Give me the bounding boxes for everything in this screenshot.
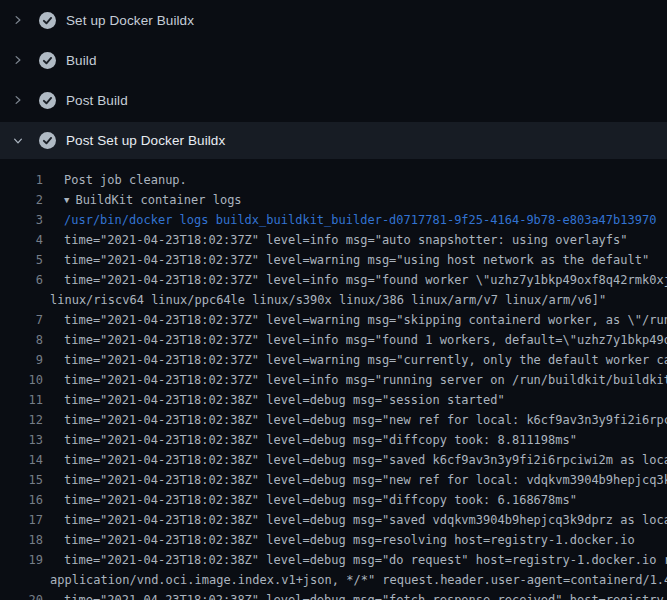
log-message: time="2021-04-23T18:02:37Z" level=info m… (64, 333, 667, 347)
log-line-number[interactable]: 18 (0, 530, 43, 550)
log-line-text: ▼time="2021-04-23T18:02:37Z" level=info … (50, 330, 667, 350)
step-row-post-build[interactable]: Post Build (0, 80, 667, 120)
log-message: time="2021-04-23T18:02:38Z" level=debug … (64, 433, 577, 447)
log-line: ▼application/vnd.oci.image.index.v1+json… (0, 570, 667, 590)
log-line-number[interactable]: 3 (0, 210, 43, 230)
log-line-text: ▼time="2021-04-23T18:02:38Z" level=debug… (50, 590, 667, 600)
log-message: time="2021-04-23T18:02:37Z" level=warnin… (64, 313, 667, 327)
step-row-post-set-up-docker-buildx[interactable]: Post Set up Docker Buildx (0, 122, 667, 159)
group-collapse-toggle-icon[interactable]: ▼ (64, 195, 69, 205)
log-line: 11 ▼time="2021-04-23T18:02:38Z" level=de… (0, 390, 667, 410)
step-title: Post Set up Docker Buildx (66, 133, 225, 148)
log-line-number[interactable]: 4 (0, 230, 43, 250)
log-line-number[interactable]: 12 (0, 410, 43, 430)
log-line-number[interactable]: 10 (0, 370, 43, 390)
check-circle-icon (39, 132, 56, 149)
log-message: Post job cleanup. (64, 173, 187, 187)
log-line: 18 ▼time="2021-04-23T18:02:38Z" level=de… (0, 530, 667, 550)
check-circle-icon (39, 52, 56, 69)
log-line-number[interactable]: 14 (0, 450, 43, 470)
step-row-build[interactable]: Build (0, 40, 667, 80)
log-line-text: ▼time="2021-04-23T18:02:38Z" level=debug… (50, 470, 667, 490)
log-line-number[interactable]: 15 (0, 470, 43, 490)
log-message: time="2021-04-23T18:02:38Z" level=debug … (64, 413, 667, 427)
log-line-text: ▼BuildKit container logs (50, 190, 242, 210)
log-message: time="2021-04-23T18:02:37Z" level=info m… (64, 233, 628, 247)
log-message: time="2021-04-23T18:02:38Z" level=debug … (64, 553, 667, 567)
chevron-right-icon (10, 52, 26, 68)
log-message: time="2021-04-23T18:02:38Z" level=debug … (64, 473, 667, 487)
log-line-number[interactable] (0, 290, 43, 310)
chevron-right-icon (10, 92, 26, 108)
log-message: time="2021-04-23T18:02:37Z" level=warnin… (64, 253, 649, 267)
log-line-number[interactable]: 19 (0, 550, 43, 570)
log-line: 3 ▼/usr/bin/docker logs buildx_buildkit_… (0, 210, 667, 230)
step-row-set-up-docker-buildx[interactable]: Set up Docker Buildx (0, 0, 667, 40)
log-line-text: ▼time="2021-04-23T18:02:37Z" level=info … (50, 230, 628, 250)
log-line-number[interactable]: 8 (0, 330, 43, 350)
log-line-number[interactable]: 20 (0, 590, 43, 600)
check-circle-icon (39, 92, 56, 109)
log-line-text: ▼time="2021-04-23T18:02:37Z" level=warni… (50, 250, 649, 270)
log-line-number[interactable]: 5 (0, 250, 43, 270)
log-message: time="2021-04-23T18:02:38Z" level=debug … (64, 513, 667, 527)
log-line: 19 ▼time="2021-04-23T18:02:38Z" level=de… (0, 550, 667, 570)
log-line: 20 ▼time="2021-04-23T18:02:38Z" level=de… (0, 590, 667, 600)
log-line-number[interactable]: 6 (0, 270, 43, 290)
log-line: 14 ▼time="2021-04-23T18:02:38Z" level=de… (0, 450, 667, 470)
log-line-number[interactable]: 9 (0, 350, 43, 370)
log-line-text: ▼time="2021-04-23T18:02:38Z" level=debug… (50, 450, 667, 470)
log-message: /usr/bin/docker logs buildx_buildkit_bui… (64, 213, 656, 227)
log-line-text: ▼time="2021-04-23T18:02:37Z" level=info … (50, 270, 667, 290)
log-line-number[interactable]: 7 (0, 310, 43, 330)
log-line-number[interactable]: 13 (0, 430, 43, 450)
step-title: Build (66, 53, 97, 68)
log-line-text: ▼linux/riscv64 linux/ppc64le linux/s390x… (50, 290, 606, 310)
log-line-text: ▼time="2021-04-23T18:02:38Z" level=debug… (50, 490, 577, 510)
log-line: 17 ▼time="2021-04-23T18:02:38Z" level=de… (0, 510, 667, 530)
log-message: BuildKit container logs (75, 193, 241, 207)
log-line: 5 ▼time="2021-04-23T18:02:37Z" level=war… (0, 250, 667, 270)
log-line: ▼linux/riscv64 linux/ppc64le linux/s390x… (0, 290, 667, 310)
log-line-number[interactable]: 16 (0, 490, 43, 510)
job-log-viewer: Set up Docker Buildx Build P (0, 0, 667, 600)
log-line: 15 ▼time="2021-04-23T18:02:38Z" level=de… (0, 470, 667, 490)
log-message: linux/riscv64 linux/ppc64le linux/s390x … (50, 293, 606, 307)
log-line-text: ▼time="2021-04-23T18:02:38Z" level=debug… (50, 390, 505, 410)
log-line: 13 ▼time="2021-04-23T18:02:38Z" level=de… (0, 430, 667, 450)
log-message: application/vnd.oci.image.index.v1+json,… (50, 573, 667, 587)
log-line-text: ▼time="2021-04-23T18:02:38Z" level=debug… (50, 530, 635, 550)
log-line-text: ▼time="2021-04-23T18:02:37Z" level=warni… (50, 310, 667, 330)
log-message: time="2021-04-23T18:02:38Z" level=debug … (64, 453, 667, 467)
log-line: 16 ▼time="2021-04-23T18:02:38Z" level=de… (0, 490, 667, 510)
log-message: time="2021-04-23T18:02:38Z" level=debug … (64, 533, 635, 547)
log-line-text: ▼/usr/bin/docker logs buildx_buildkit_bu… (50, 210, 656, 230)
log-line: 7 ▼time="2021-04-23T18:02:37Z" level=war… (0, 310, 667, 330)
log-line-text: ▼time="2021-04-23T18:02:38Z" level=debug… (50, 550, 667, 570)
log-message: time="2021-04-23T18:02:38Z" level=debug … (64, 593, 667, 600)
log-area: 1 ▼Post job cleanup. 2 ▼BuildKit contain… (0, 159, 667, 600)
log-line-number[interactable]: 17 (0, 510, 43, 530)
log-line: 2 ▼BuildKit container logs (0, 190, 667, 210)
log-line-number[interactable]: 2 (0, 190, 43, 210)
log-line: 12 ▼time="2021-04-23T18:02:38Z" level=de… (0, 410, 667, 430)
log-line-text: ▼time="2021-04-23T18:02:38Z" level=debug… (50, 430, 577, 450)
chevron-down-icon (10, 133, 26, 149)
log-line-text: ▼time="2021-04-23T18:02:38Z" level=debug… (50, 510, 667, 530)
log-line-text: ▼time="2021-04-23T18:02:37Z" level=warni… (50, 350, 667, 370)
log-line-number[interactable]: 11 (0, 390, 43, 410)
log-line: 6 ▼time="2021-04-23T18:02:37Z" level=inf… (0, 270, 667, 290)
log-line-text: ▼Post job cleanup. (50, 170, 187, 190)
chevron-right-icon (10, 12, 26, 28)
log-line: 4 ▼time="2021-04-23T18:02:37Z" level=inf… (0, 230, 667, 250)
log-message: time="2021-04-23T18:02:38Z" level=debug … (64, 393, 505, 407)
log-line-number[interactable] (0, 570, 43, 590)
log-message: time="2021-04-23T18:02:37Z" level=warnin… (64, 353, 667, 367)
log-line: 10 ▼time="2021-04-23T18:02:37Z" level=in… (0, 370, 667, 390)
steps-list: Set up Docker Buildx Build P (0, 0, 667, 159)
log-line: 8 ▼time="2021-04-23T18:02:37Z" level=inf… (0, 330, 667, 350)
log-line: 1 ▼Post job cleanup. (0, 170, 667, 190)
log-message: time="2021-04-23T18:02:37Z" level=info m… (64, 273, 667, 287)
log-line-number[interactable]: 1 (0, 170, 43, 190)
step-title: Post Build (66, 93, 128, 108)
